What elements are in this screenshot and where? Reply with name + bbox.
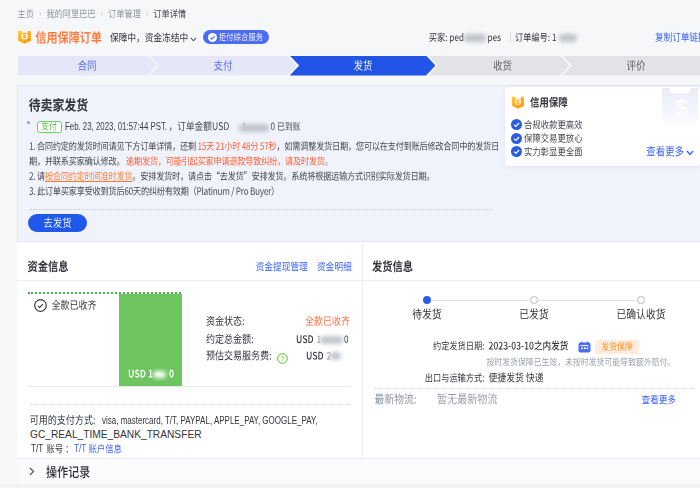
svg-text:?: ?	[281, 355, 285, 362]
svg-text:$: $	[675, 95, 687, 120]
svg-text:$: $	[23, 32, 27, 40]
